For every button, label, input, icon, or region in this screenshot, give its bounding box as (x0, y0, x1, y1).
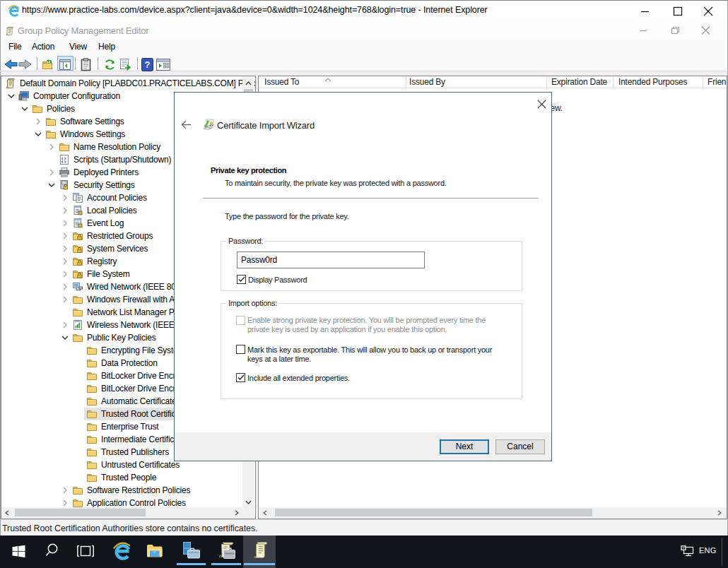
svg-text:?: ? (145, 59, 151, 70)
